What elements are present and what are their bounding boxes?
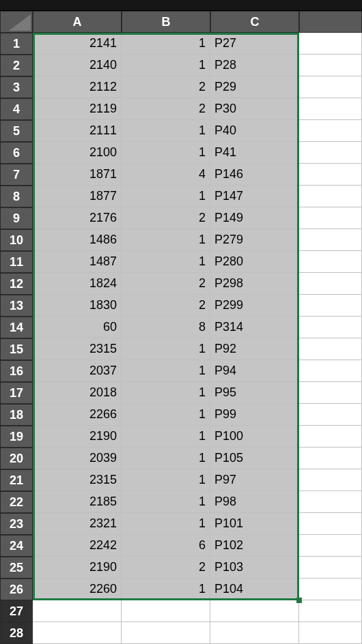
row-header[interactable]: 17 [0,382,33,404]
row-header[interactable]: 23 [0,513,33,535]
cell[interactable] [299,448,362,469]
row-header[interactable]: 24 [0,535,33,557]
cell[interactable]: 1877 [33,186,122,207]
cell[interactable] [299,186,362,207]
cell[interactable]: 2111 [33,120,122,142]
cell[interactable] [299,98,362,120]
cell[interactable]: P299 [210,295,299,317]
cell[interactable] [299,360,362,382]
cell[interactable] [33,622,122,644]
cell[interactable]: 1 [122,513,210,535]
cell[interactable]: 1871 [33,164,122,186]
cell[interactable]: 2 [122,207,210,229]
row-header[interactable]: 25 [0,557,33,579]
cell[interactable]: 2100 [33,142,122,164]
cell[interactable] [299,164,362,186]
row-header[interactable]: 13 [0,295,33,317]
row-header[interactable]: 27 [0,600,33,622]
cell[interactable]: 2 [122,76,210,98]
row-header[interactable]: 2 [0,55,33,76]
cell[interactable]: 2315 [33,338,122,360]
cell[interactable]: P99 [210,404,299,426]
row-header[interactable]: 20 [0,448,33,469]
cell[interactable]: 2315 [33,469,122,491]
column-header-B[interactable]: B [122,11,210,33]
cell[interactable]: 1 [122,55,210,76]
cell[interactable] [299,535,362,557]
cell[interactable] [299,207,362,229]
cell[interactable]: 1 [122,469,210,491]
cell[interactable]: 60 [33,317,122,338]
cell[interactable] [299,295,362,317]
cell[interactable]: 1830 [33,295,122,317]
cell[interactable]: P314 [210,317,299,338]
cell[interactable]: P149 [210,207,299,229]
cell[interactable]: 2 [122,98,210,120]
cell[interactable]: P28 [210,55,299,76]
cell[interactable] [33,600,122,622]
cell[interactable] [299,622,362,644]
cell[interactable]: P95 [210,382,299,404]
cell[interactable] [299,426,362,448]
cell[interactable] [299,273,362,295]
cell[interactable] [299,338,362,360]
column-header-blank[interactable] [299,11,362,33]
cell[interactable]: 2190 [33,557,122,579]
cell[interactable]: P102 [210,535,299,557]
cell[interactable]: 4 [122,164,210,186]
cell[interactable]: 1 [122,579,210,600]
cell[interactable]: P27 [210,33,299,55]
cell[interactable]: 1 [122,448,210,469]
cell[interactable]: 8 [122,317,210,338]
cell[interactable]: P146 [210,164,299,186]
cell[interactable]: 2260 [33,579,122,600]
row-header[interactable]: 8 [0,186,33,207]
row-header[interactable]: 12 [0,273,33,295]
row-header[interactable]: 16 [0,360,33,382]
cell[interactable]: 2039 [33,448,122,469]
row-header[interactable]: 4 [0,98,33,120]
cell[interactable] [210,600,299,622]
cell[interactable] [299,579,362,600]
cell[interactable]: 2140 [33,55,122,76]
cell[interactable]: 1 [122,338,210,360]
cell[interactable]: P94 [210,360,299,382]
cell[interactable]: P105 [210,448,299,469]
cell[interactable]: P92 [210,338,299,360]
row-header[interactable]: 1 [0,33,33,55]
cell[interactable]: 1 [122,251,210,273]
cell[interactable]: P101 [210,513,299,535]
cell[interactable]: P103 [210,557,299,579]
row-header[interactable]: 18 [0,404,33,426]
cell[interactable] [122,622,210,644]
cell[interactable]: 2 [122,557,210,579]
cell[interactable]: P298 [210,273,299,295]
row-header[interactable]: 26 [0,579,33,600]
cell[interactable] [299,251,362,273]
row-header[interactable]: 21 [0,469,33,491]
cell[interactable]: 1487 [33,251,122,273]
row-header[interactable]: 10 [0,229,33,251]
cell[interactable]: 2242 [33,535,122,557]
cell[interactable]: 2 [122,295,210,317]
row-header[interactable]: 6 [0,142,33,164]
cell[interactable]: 1 [122,491,210,513]
row-header[interactable]: 5 [0,120,33,142]
cell[interactable] [299,229,362,251]
cell[interactable] [299,317,362,338]
cell[interactable]: 1 [122,229,210,251]
cell[interactable] [210,622,299,644]
cell[interactable]: 6 [122,535,210,557]
cell[interactable]: 2037 [33,360,122,382]
cell[interactable]: 2112 [33,76,122,98]
cell[interactable]: 2018 [33,382,122,404]
cell[interactable] [299,120,362,142]
column-header-C[interactable]: C [210,11,299,33]
row-header[interactable]: 14 [0,317,33,338]
cell[interactable] [122,600,210,622]
cell[interactable] [299,142,362,164]
cell[interactable]: 1 [122,426,210,448]
row-header[interactable]: 15 [0,338,33,360]
cell[interactable]: 2321 [33,513,122,535]
cell[interactable]: P104 [210,579,299,600]
